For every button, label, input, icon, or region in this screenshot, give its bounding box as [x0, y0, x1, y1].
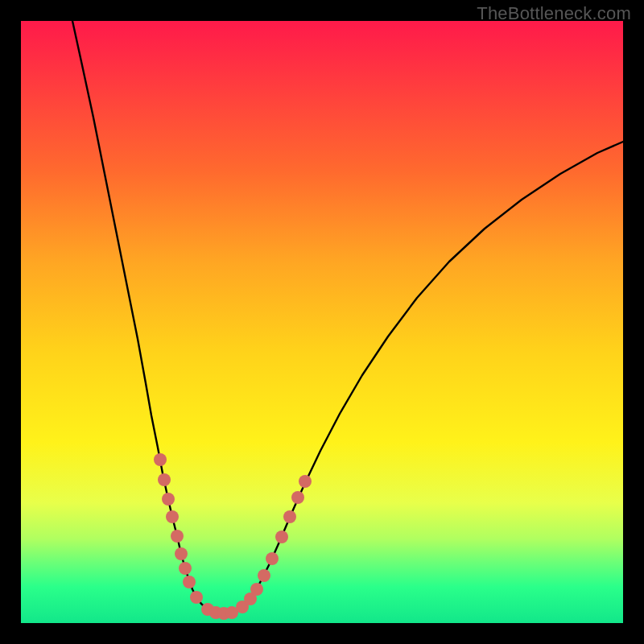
curve-left-curve	[72, 21, 224, 613]
marker-dot	[179, 562, 192, 575]
marker-dot	[283, 510, 296, 523]
chart-canvas	[21, 21, 623, 623]
marker-dot	[275, 530, 288, 543]
watermark-label: TheBottleneck.com	[477, 3, 631, 24]
marker-dot	[190, 591, 203, 604]
marker-dot	[175, 547, 188, 560]
marker-dot	[266, 552, 279, 565]
marker-dot	[250, 583, 263, 596]
marker-dot	[162, 493, 175, 506]
marker-dot	[154, 453, 167, 466]
marker-dot	[183, 576, 196, 588]
marker-dot	[158, 473, 171, 486]
chart-plot-area	[21, 21, 623, 623]
marker-dot	[171, 530, 184, 543]
marker-dot	[299, 475, 312, 488]
marker-dot	[258, 569, 270, 582]
marker-dot	[166, 510, 179, 523]
marker-dot	[291, 491, 304, 504]
